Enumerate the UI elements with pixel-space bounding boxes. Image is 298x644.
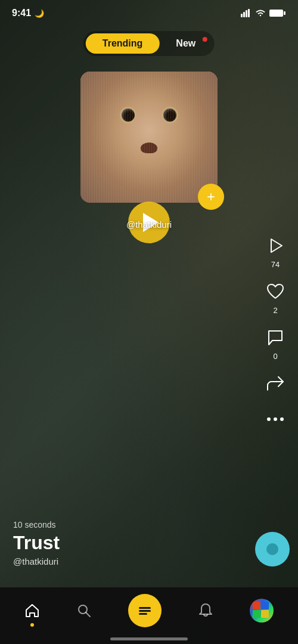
more-icon-container bbox=[262, 406, 288, 432]
track-artist: @thatkiduri bbox=[13, 556, 60, 566]
status-icons bbox=[241, 9, 286, 17]
nav-home[interactable] bbox=[24, 603, 40, 618]
track-duration: 10 seconds bbox=[13, 520, 60, 530]
track-title: Trust bbox=[13, 532, 60, 554]
svg-rect-0 bbox=[241, 14, 243, 17]
bottom-nav bbox=[0, 587, 298, 644]
heart-icon bbox=[266, 283, 284, 300]
home-active-dot bbox=[30, 623, 34, 627]
nav-profile[interactable] bbox=[250, 599, 274, 623]
moon-icon: 🌙 bbox=[35, 9, 44, 18]
nav-search[interactable] bbox=[76, 603, 92, 618]
profile-avatar bbox=[250, 599, 274, 623]
new-label: New bbox=[176, 38, 195, 48]
action-buttons: 74 2 0 bbox=[262, 233, 288, 432]
svg-rect-3 bbox=[248, 9, 250, 17]
svg-rect-5 bbox=[284, 11, 285, 15]
like-count: 2 bbox=[273, 306, 277, 315]
svg-rect-4 bbox=[269, 10, 283, 17]
share-icon bbox=[266, 374, 284, 392]
more-dot-2 bbox=[274, 417, 277, 421]
svg-rect-13 bbox=[261, 602, 269, 609]
trending-label: Trending bbox=[103, 38, 143, 48]
svg-rect-9 bbox=[139, 607, 151, 609]
more-dot-1 bbox=[267, 417, 271, 421]
time-display: 9:41 bbox=[12, 8, 31, 18]
new-notification-dot bbox=[203, 37, 207, 42]
play-icon bbox=[266, 237, 284, 255]
svg-rect-2 bbox=[246, 10, 247, 17]
svg-rect-10 bbox=[139, 610, 151, 612]
status-bar: 9:41 🌙 bbox=[0, 0, 298, 26]
heart-icon-container bbox=[262, 278, 288, 305]
svg-rect-1 bbox=[243, 12, 245, 17]
comment-icon-container bbox=[262, 324, 288, 351]
avatar-icon bbox=[250, 599, 274, 623]
bottom-info: 10 seconds Trust @thatkiduri bbox=[13, 520, 60, 566]
status-time: 9:41 🌙 bbox=[12, 8, 44, 18]
battery-icon bbox=[269, 9, 286, 17]
more-action[interactable] bbox=[262, 406, 288, 432]
wifi-icon bbox=[255, 9, 266, 17]
comment-action[interactable]: 0 bbox=[262, 324, 288, 361]
home-icon bbox=[24, 603, 40, 618]
more-dot-3 bbox=[280, 417, 284, 421]
comment-icon bbox=[266, 329, 284, 346]
fur-overlay bbox=[80, 72, 218, 203]
signal-icon bbox=[241, 9, 252, 17]
video-username: @thatkiduri bbox=[126, 219, 172, 230]
play-icon-container bbox=[262, 233, 288, 259]
svg-rect-12 bbox=[253, 602, 260, 609]
video-thumbnail bbox=[80, 72, 218, 203]
home-indicator bbox=[110, 637, 188, 640]
like-action[interactable]: 2 bbox=[262, 278, 288, 315]
svg-rect-11 bbox=[139, 613, 147, 615]
add-button[interactable]: + bbox=[198, 184, 224, 210]
new-tab[interactable]: New bbox=[159, 33, 212, 54]
bell-icon bbox=[198, 603, 213, 618]
nav-create-button[interactable] bbox=[128, 594, 162, 627]
svg-rect-15 bbox=[261, 610, 269, 618]
svg-marker-6 bbox=[271, 239, 282, 252]
share-action[interactable] bbox=[262, 370, 288, 397]
record-button[interactable] bbox=[255, 532, 290, 566]
share-icon-container bbox=[262, 370, 288, 397]
svg-rect-14 bbox=[253, 610, 260, 618]
play-count: 74 bbox=[271, 260, 280, 269]
trending-tab[interactable]: Trending bbox=[86, 33, 160, 54]
svg-line-8 bbox=[86, 612, 90, 617]
record-inner bbox=[266, 543, 278, 555]
tab-selector: Trending New bbox=[83, 31, 215, 56]
play-action[interactable]: 74 bbox=[262, 233, 288, 269]
nav-notifications[interactable] bbox=[198, 603, 213, 618]
comment-count: 0 bbox=[273, 352, 277, 361]
create-icon bbox=[136, 602, 153, 619]
video-card[interactable] bbox=[80, 72, 218, 203]
search-icon bbox=[76, 603, 92, 618]
